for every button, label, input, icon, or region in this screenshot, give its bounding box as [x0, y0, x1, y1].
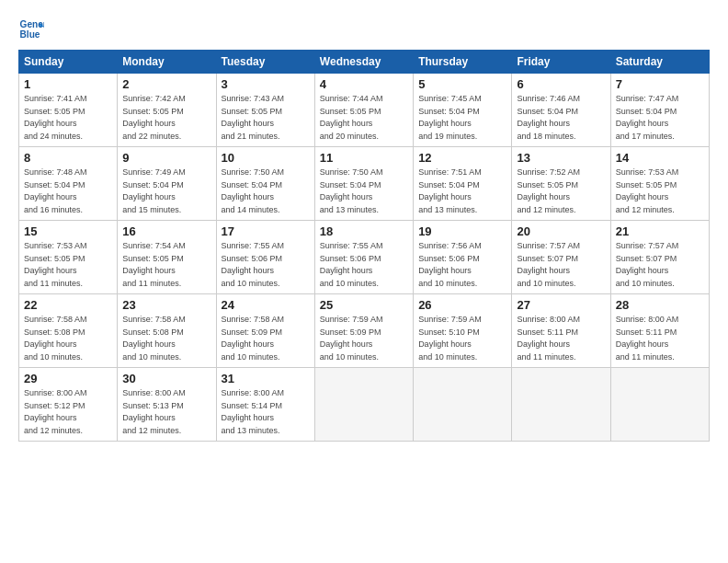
calendar-cell: 11 Sunrise: 7:50 AMSunset: 5:04 PMDaylig…	[314, 147, 413, 221]
day-number: 28	[616, 298, 704, 312]
day-detail: Sunrise: 7:42 AMSunset: 5:05 PMDaylight …	[122, 94, 186, 141]
logo: General Blue	[18, 17, 48, 42]
day-number: 22	[24, 298, 112, 312]
day-detail: Sunrise: 7:45 AMSunset: 5:04 PMDaylight …	[418, 94, 482, 141]
calendar-cell	[414, 368, 512, 442]
day-detail: Sunrise: 7:48 AMSunset: 5:04 PMDaylight …	[24, 167, 87, 214]
day-number: 20	[517, 224, 605, 238]
day-detail: Sunrise: 7:53 AMSunset: 5:05 PMDaylight …	[24, 241, 87, 288]
calendar-cell	[610, 368, 709, 442]
day-number: 3	[222, 77, 310, 91]
day-number: 4	[320, 77, 408, 91]
calendar-cell: 23 Sunrise: 7:58 AMSunset: 5:08 PMDaylig…	[118, 294, 216, 368]
calendar-cell: 21 Sunrise: 7:57 AMSunset: 5:07 PMDaylig…	[610, 221, 709, 294]
weekday-header-thursday: Thursday	[414, 51, 512, 74]
day-detail: Sunrise: 8:00 AMSunset: 5:12 PMDaylight …	[24, 388, 87, 435]
calendar-cell: 12 Sunrise: 7:51 AMSunset: 5:04 PMDaylig…	[414, 147, 512, 221]
day-detail: Sunrise: 7:57 AMSunset: 5:07 PMDaylight …	[616, 241, 679, 288]
calendar-cell	[314, 368, 413, 442]
day-number: 8	[24, 151, 112, 165]
weekday-header-wednesday: Wednesday	[314, 51, 413, 74]
day-detail: Sunrise: 7:53 AMSunset: 5:05 PMDaylight …	[616, 167, 679, 214]
day-detail: Sunrise: 8:00 AMSunset: 5:11 PMDaylight …	[616, 315, 679, 362]
calendar-cell: 28 Sunrise: 8:00 AMSunset: 5:11 PMDaylig…	[610, 294, 709, 368]
calendar-cell: 31 Sunrise: 8:00 AMSunset: 5:14 PMDaylig…	[216, 368, 314, 442]
day-detail: Sunrise: 7:46 AMSunset: 5:04 PMDaylight …	[517, 94, 580, 141]
calendar-cell: 3 Sunrise: 7:43 AMSunset: 5:05 PMDayligh…	[216, 74, 314, 147]
day-number: 19	[418, 224, 506, 238]
day-detail: Sunrise: 8:00 AMSunset: 5:14 PMDaylight …	[222, 388, 285, 435]
calendar-table: SundayMondayTuesdayWednesdayThursdayFrid…	[18, 50, 710, 442]
calendar-cell: 20 Sunrise: 7:57 AMSunset: 5:07 PMDaylig…	[512, 221, 610, 294]
calendar-cell: 22 Sunrise: 7:58 AMSunset: 5:08 PMDaylig…	[19, 294, 118, 368]
day-detail: Sunrise: 7:58 AMSunset: 5:09 PMDaylight …	[222, 315, 285, 362]
day-detail: Sunrise: 7:41 AMSunset: 5:05 PMDaylight …	[24, 94, 87, 141]
weekday-header-sunday: Sunday	[19, 51, 118, 74]
calendar-week-3: 15 Sunrise: 7:53 AMSunset: 5:05 PMDaylig…	[19, 221, 710, 294]
logo-icon: General Blue	[18, 17, 44, 42]
calendar-cell: 4 Sunrise: 7:44 AMSunset: 5:05 PMDayligh…	[314, 74, 413, 147]
day-number: 5	[418, 77, 506, 91]
calendar-week-1: 1 Sunrise: 7:41 AMSunset: 5:05 PMDayligh…	[19, 74, 710, 147]
calendar-cell: 14 Sunrise: 7:53 AMSunset: 5:05 PMDaylig…	[610, 147, 709, 221]
day-number: 21	[616, 224, 704, 238]
calendar-cell: 10 Sunrise: 7:50 AMSunset: 5:04 PMDaylig…	[216, 147, 314, 221]
day-number: 16	[122, 224, 210, 238]
calendar-cell: 9 Sunrise: 7:49 AMSunset: 5:04 PMDayligh…	[118, 147, 216, 221]
day-detail: Sunrise: 7:59 AMSunset: 5:09 PMDaylight …	[320, 315, 383, 362]
day-number: 29	[24, 372, 112, 385]
calendar-cell: 30 Sunrise: 8:00 AMSunset: 5:13 PMDaylig…	[118, 368, 216, 442]
day-number: 30	[122, 372, 210, 385]
calendar-cell: 2 Sunrise: 7:42 AMSunset: 5:05 PMDayligh…	[118, 74, 216, 147]
day-detail: Sunrise: 7:50 AMSunset: 5:04 PMDaylight …	[222, 167, 285, 214]
day-number: 12	[418, 151, 506, 165]
day-detail: Sunrise: 7:55 AMSunset: 5:06 PMDaylight …	[222, 241, 285, 288]
day-detail: Sunrise: 7:49 AMSunset: 5:04 PMDaylight …	[122, 167, 186, 214]
weekday-header-saturday: Saturday	[610, 51, 709, 74]
calendar-cell: 29 Sunrise: 8:00 AMSunset: 5:12 PMDaylig…	[19, 368, 118, 442]
day-number: 6	[517, 77, 605, 91]
day-detail: Sunrise: 7:55 AMSunset: 5:06 PMDaylight …	[320, 241, 383, 288]
calendar-cell: 25 Sunrise: 7:59 AMSunset: 5:09 PMDaylig…	[314, 294, 413, 368]
calendar-week-5: 29 Sunrise: 8:00 AMSunset: 5:12 PMDaylig…	[19, 368, 710, 442]
calendar-cell: 15 Sunrise: 7:53 AMSunset: 5:05 PMDaylig…	[19, 221, 118, 294]
day-number: 25	[320, 298, 408, 312]
day-detail: Sunrise: 7:44 AMSunset: 5:05 PMDaylight …	[320, 94, 383, 141]
calendar-cell: 13 Sunrise: 7:52 AMSunset: 5:05 PMDaylig…	[512, 147, 610, 221]
day-detail: Sunrise: 7:58 AMSunset: 5:08 PMDaylight …	[122, 315, 186, 362]
day-number: 2	[122, 77, 210, 91]
day-detail: Sunrise: 7:57 AMSunset: 5:07 PMDaylight …	[517, 241, 580, 288]
day-number: 18	[320, 224, 408, 238]
day-detail: Sunrise: 7:43 AMSunset: 5:05 PMDaylight …	[222, 94, 285, 141]
day-detail: Sunrise: 7:54 AMSunset: 5:05 PMDaylight …	[122, 241, 186, 288]
day-number: 13	[517, 151, 605, 165]
calendar-cell: 24 Sunrise: 7:58 AMSunset: 5:09 PMDaylig…	[216, 294, 314, 368]
day-number: 23	[122, 298, 210, 312]
calendar-cell: 5 Sunrise: 7:45 AMSunset: 5:04 PMDayligh…	[414, 74, 512, 147]
day-number: 10	[222, 151, 310, 165]
calendar-week-2: 8 Sunrise: 7:48 AMSunset: 5:04 PMDayligh…	[19, 147, 710, 221]
weekday-header-friday: Friday	[512, 51, 610, 74]
calendar-cell: 7 Sunrise: 7:47 AMSunset: 5:04 PMDayligh…	[610, 74, 709, 147]
day-detail: Sunrise: 7:58 AMSunset: 5:08 PMDaylight …	[24, 315, 87, 362]
day-number: 15	[24, 224, 112, 238]
day-number: 17	[222, 224, 310, 238]
day-number: 26	[418, 298, 506, 312]
calendar-cell: 26 Sunrise: 7:59 AMSunset: 5:10 PMDaylig…	[414, 294, 512, 368]
weekday-header-tuesday: Tuesday	[216, 51, 314, 74]
day-number: 24	[222, 298, 310, 312]
day-number: 27	[517, 298, 605, 312]
day-detail: Sunrise: 7:59 AMSunset: 5:10 PMDaylight …	[418, 315, 482, 362]
day-detail: Sunrise: 8:00 AMSunset: 5:13 PMDaylight …	[122, 388, 186, 435]
header: General Blue	[18, 17, 710, 42]
calendar-cell: 27 Sunrise: 8:00 AMSunset: 5:11 PMDaylig…	[512, 294, 610, 368]
calendar-cell	[512, 368, 610, 442]
day-number: 1	[24, 77, 112, 91]
calendar-week-4: 22 Sunrise: 7:58 AMSunset: 5:08 PMDaylig…	[19, 294, 710, 368]
calendar-cell: 16 Sunrise: 7:54 AMSunset: 5:05 PMDaylig…	[118, 221, 216, 294]
day-number: 31	[222, 372, 310, 385]
day-detail: Sunrise: 7:56 AMSunset: 5:06 PMDaylight …	[418, 241, 482, 288]
page: General Blue SundayMondayTuesdayWednesda…	[0, 0, 728, 563]
day-detail: Sunrise: 7:50 AMSunset: 5:04 PMDaylight …	[320, 167, 383, 214]
day-number: 9	[122, 151, 210, 165]
